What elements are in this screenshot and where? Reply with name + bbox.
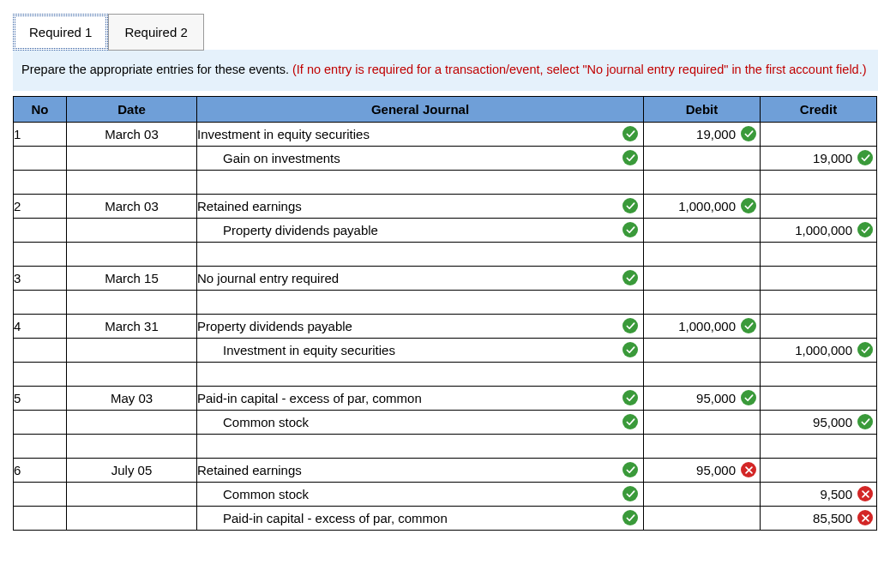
credit-value: 95,000 [813,415,852,429]
credit-cross-icon [857,510,873,525]
cell-debit[interactable] [644,218,761,242]
table-row: Gain on investments19,000 [14,146,877,170]
cell-date: March 03 [67,122,197,146]
cell-account[interactable]: Common stock [197,410,644,434]
cell-no [14,410,67,434]
account-check-icon [622,270,638,285]
credit-value: 85,500 [813,511,852,525]
cell-date: July 05 [67,458,197,482]
cell-credit[interactable]: 19,000 [761,146,877,170]
cell-date: March 15 [67,266,197,290]
cell-date [67,506,197,530]
credit-check-icon [857,150,873,165]
cell-debit[interactable] [644,482,761,506]
cell-debit[interactable] [644,506,761,530]
table-header-row: No Date General Journal Debit Credit [14,96,877,122]
cell-account[interactable]: Retained earnings [197,194,644,218]
cell-debit[interactable]: 95,000 [644,458,761,482]
cell-no: 5 [14,386,67,410]
table-row: 2March 03Retained earnings1,000,000 [14,194,877,218]
header-date: Date [67,96,197,122]
cell-debit[interactable] [644,266,761,290]
cell-account[interactable]: Property dividends payable [197,314,644,338]
cell-debit[interactable] [644,338,761,362]
cell-no [14,506,67,530]
credit-value: 19,000 [813,151,852,165]
account-check-icon [622,390,638,405]
journal-table: No Date General Journal Debit Credit 1Ma… [13,96,877,531]
table-row: Common stock95,000 [14,410,877,434]
header-general-journal: General Journal [197,96,644,122]
cell-account[interactable]: Gain on investments [197,146,644,170]
cell-date [67,410,197,434]
instructions-text: Prepare the appropriate entries for thes… [21,63,292,76]
spacer-row [14,242,877,266]
header-credit: Credit [761,96,877,122]
account-text: Paid-in capital - excess of par, common [223,511,448,525]
cell-no [14,218,67,242]
table-row: 4March 31Property dividends payable1,000… [14,314,877,338]
credit-value: 1,000,000 [795,223,852,237]
cell-debit[interactable] [644,146,761,170]
account-text: Property dividends payable [223,223,378,237]
cell-account[interactable]: Common stock [197,482,644,506]
cell-date: March 31 [67,314,197,338]
cell-credit[interactable] [761,458,877,482]
cell-credit[interactable] [761,386,877,410]
cell-credit[interactable]: 95,000 [761,410,877,434]
cell-date [67,218,197,242]
cell-credit[interactable] [761,314,877,338]
account-check-icon [622,510,638,525]
cell-account[interactable]: No journal entry required [197,266,644,290]
cell-account[interactable]: Investment in equity securities [197,122,644,146]
instructions-hint: (If no entry is required for a transacti… [292,63,867,76]
credit-check-icon [857,222,873,237]
debit-value: 19,000 [696,127,736,141]
account-text: Common stock [223,487,309,501]
cell-no: 3 [14,266,67,290]
debit-value: 95,000 [696,391,736,405]
tab-required-2[interactable]: Required 2 [108,14,203,51]
cell-credit[interactable] [761,266,877,290]
account-check-icon [622,318,638,333]
debit-value: 1,000,000 [678,319,736,333]
cell-account[interactable]: Paid-in capital - excess of par, common [197,506,644,530]
account-check-icon [622,150,638,165]
cell-debit[interactable]: 19,000 [644,122,761,146]
tab-bar: Required 1 Required 2 [13,13,878,50]
table-row: Common stock9,500 [14,482,877,506]
cell-credit[interactable]: 1,000,000 [761,218,877,242]
cell-debit[interactable]: 1,000,000 [644,194,761,218]
cell-no: 6 [14,458,67,482]
account-text: No journal entry required [197,271,339,285]
account-text: Retained earnings [197,463,302,477]
account-check-icon [622,222,638,237]
cell-account[interactable]: Investment in equity securities [197,338,644,362]
table-row: 5May 03Paid-in capital - excess of par, … [14,386,877,410]
table-row: 6July 05Retained earnings95,000 [14,458,877,482]
cell-debit[interactable]: 95,000 [644,386,761,410]
cell-credit[interactable]: 9,500 [761,482,877,506]
debit-cross-icon [741,462,756,477]
cell-no: 2 [14,194,67,218]
tab-required-1[interactable]: Required 1 [13,14,108,51]
cell-debit[interactable] [644,410,761,434]
cell-account[interactable]: Property dividends payable [197,218,644,242]
credit-value: 1,000,000 [795,343,852,357]
spacer-row [14,170,877,194]
cell-credit[interactable] [761,122,877,146]
cell-credit[interactable]: 1,000,000 [761,338,877,362]
cell-account[interactable]: Paid-in capital - excess of par, common [197,386,644,410]
debit-check-icon [741,318,756,333]
account-text: Common stock [223,415,309,429]
cell-credit[interactable] [761,194,877,218]
account-check-icon [622,486,638,501]
cell-credit[interactable]: 85,500 [761,506,877,530]
table-row: Property dividends payable1,000,000 [14,218,877,242]
cell-no [14,146,67,170]
account-check-icon [622,198,638,213]
table-row: Investment in equity securities1,000,000 [14,338,877,362]
cell-account[interactable]: Retained earnings [197,458,644,482]
credit-cross-icon [857,486,873,501]
cell-debit[interactable]: 1,000,000 [644,314,761,338]
